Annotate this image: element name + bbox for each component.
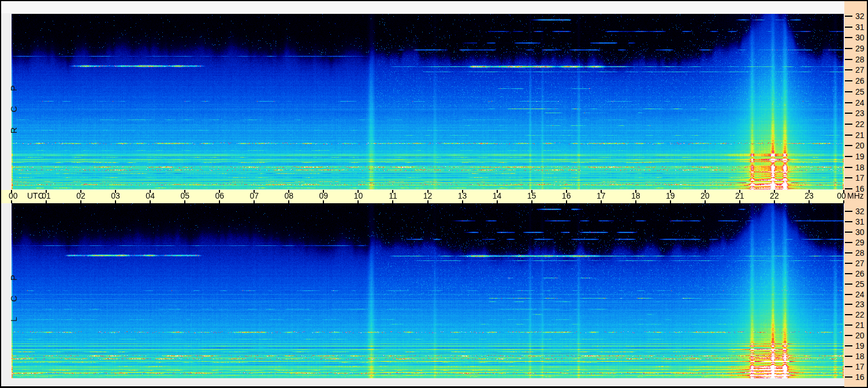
freq-tick-label: 24	[855, 98, 865, 107]
hour-tick	[635, 200, 636, 203]
freq-tick	[845, 283, 852, 285]
hour-tick	[843, 200, 844, 203]
freq-tick-label: 27	[855, 259, 865, 268]
hour-tick	[774, 200, 775, 203]
freq-tick-label: 22	[855, 310, 865, 319]
hour-label: 21	[732, 191, 747, 200]
freq-tick	[845, 16, 852, 17]
freq-tick	[845, 304, 852, 305]
hour-tick	[739, 200, 740, 203]
freq-tick	[845, 91, 852, 92]
hour-tick	[357, 200, 359, 203]
freq-tick-label: 19	[855, 341, 865, 350]
freq-tick	[845, 335, 852, 336]
hour-label: 06	[212, 191, 227, 200]
freq-tick	[845, 135, 852, 136]
freq-tick	[845, 27, 852, 28]
freq-tick	[845, 102, 852, 103]
freq-tick-label: 30	[855, 33, 865, 42]
freq-tick-label: 25	[855, 279, 865, 289]
hour-label: 02	[73, 191, 88, 200]
freq-tick-label: 32	[855, 12, 865, 21]
freq-tick	[845, 211, 852, 212]
hour-tick	[670, 200, 671, 203]
utc-unit-label: UTC	[27, 191, 44, 200]
hour-tick	[427, 200, 429, 203]
freq-tick	[845, 242, 852, 243]
freq-tick	[845, 69, 852, 70]
freq-tick-label: 28	[855, 55, 865, 64]
hour-label: 19	[663, 191, 678, 200]
freq-tick-label: 17	[855, 362, 865, 371]
freq-tick	[845, 263, 852, 264]
freq-tick-label: 23	[855, 109, 865, 118]
freq-tick	[845, 59, 852, 60]
hour-tick	[323, 200, 324, 203]
freq-tick-label: 21	[855, 130, 865, 140]
hour-label: 16	[559, 191, 574, 200]
rcp-polarization-label: RCP	[1, 14, 12, 189]
freq-tick-label: 26	[855, 76, 865, 85]
lcp-polarization-label: LCP	[1, 203, 12, 378]
freq-tick-label: 20	[855, 331, 865, 340]
freq-tick-label: 25	[855, 87, 865, 96]
freq-tick	[845, 356, 852, 357]
freq-tick-label: 29	[855, 44, 865, 53]
hour-label: 22	[767, 191, 782, 200]
hour-label: 00	[9, 191, 24, 200]
freq-tick-label: 29	[855, 238, 865, 247]
freq-tick	[845, 252, 852, 253]
hour-label: 04	[143, 191, 158, 200]
hour-label: 03	[108, 191, 123, 200]
hour-label: 12	[420, 191, 435, 200]
hour-label: 09	[316, 191, 331, 200]
freq-tick	[845, 324, 852, 326]
hour-tick	[80, 200, 81, 203]
hour-label: 23	[802, 191, 817, 200]
freq-tick	[845, 232, 852, 233]
freq-tick-label: 23	[855, 300, 865, 309]
spectrograph-window: AJ4CO Observatory 05 Jul 2014 - DPS on T…	[0, 0, 868, 388]
hour-tick	[46, 200, 47, 203]
hour-tick	[531, 200, 532, 203]
hour-label: 05	[177, 191, 192, 200]
freq-tick-label: 30	[855, 227, 865, 237]
hour-label: 07	[247, 191, 262, 200]
rcp-spectrogram-canvas	[12, 14, 844, 189]
lcp-label-text: LCP	[9, 260, 18, 322]
freq-tick	[845, 37, 852, 38]
hour-tick	[115, 200, 116, 203]
hour-tick	[184, 200, 185, 203]
freq-tick	[845, 376, 852, 378]
hour-tick	[254, 200, 255, 203]
hour-tick	[150, 200, 151, 203]
freq-tick-label: 18	[855, 163, 865, 172]
hour-tick	[392, 200, 393, 203]
hour-tick	[11, 200, 12, 203]
freq-tick	[845, 294, 852, 295]
hour-label: 14	[490, 191, 505, 200]
freq-tick-label: 28	[855, 248, 865, 258]
freq-tick	[845, 167, 852, 168]
freq-tick	[845, 188, 852, 189]
freq-tick-label: 31	[855, 23, 865, 32]
freq-tick	[845, 48, 852, 49]
freq-tick-label: 22	[855, 120, 865, 129]
hour-tick	[462, 200, 463, 203]
freq-tick	[845, 145, 852, 146]
title-bar: AJ4CO Observatory 05 Jul 2014 - DPS on T…	[1, 1, 844, 13]
rcp-label-text: RCP	[9, 70, 18, 133]
freq-tick-label: 31	[855, 217, 865, 226]
hour-label: 18	[628, 191, 643, 200]
freq-tick	[845, 113, 852, 114]
freq-tick	[845, 80, 852, 81]
freq-tick-label: 19	[855, 152, 865, 161]
hour-tick	[497, 200, 498, 203]
freq-tick	[845, 124, 852, 125]
freq-tick-label: 18	[855, 352, 865, 361]
hour-tick	[219, 200, 220, 203]
freq-tick	[845, 177, 852, 178]
hour-label: 20	[698, 191, 713, 200]
freq-tick	[845, 273, 852, 274]
freq-tick-label: 16	[855, 372, 865, 382]
